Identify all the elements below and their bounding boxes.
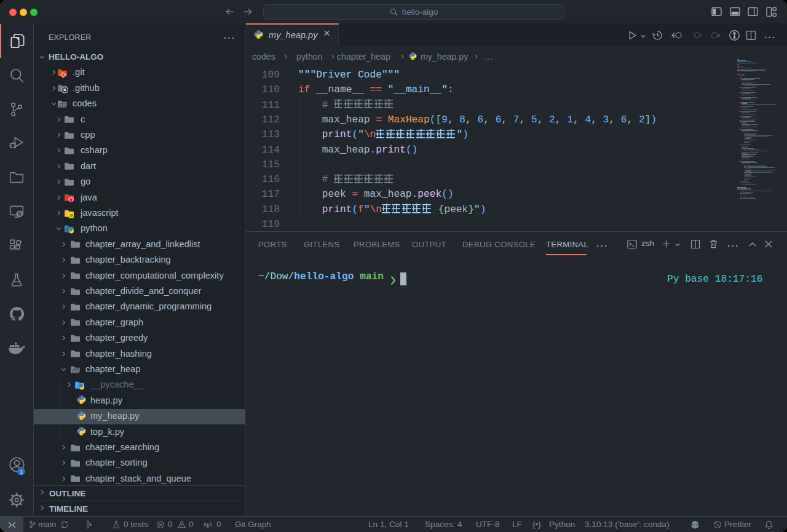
svg-text:JS: JS <box>69 213 73 217</box>
